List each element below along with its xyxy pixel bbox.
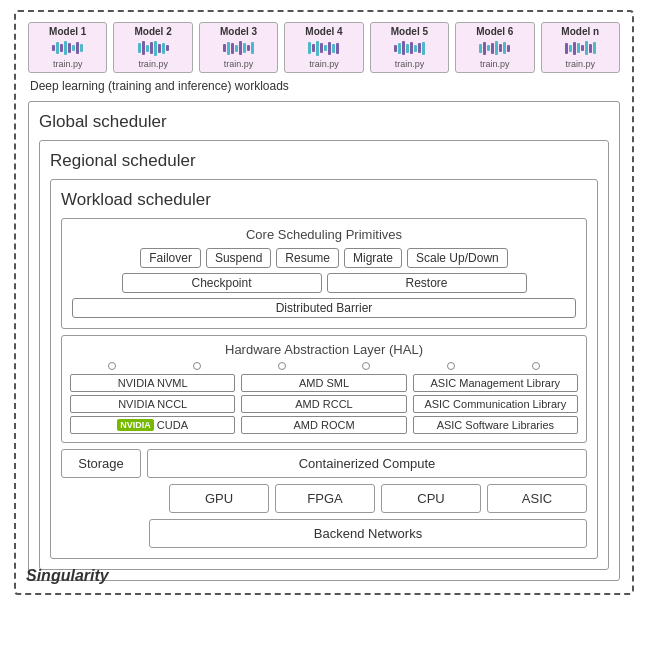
wave-bar xyxy=(487,45,490,51)
model-2-file: train.py xyxy=(138,59,168,69)
wave-bar xyxy=(402,41,405,55)
regional-scheduler-box: Regional scheduler Workload scheduler Co… xyxy=(39,140,609,570)
wave-bar xyxy=(312,44,315,52)
model-1-file: train.py xyxy=(53,59,83,69)
asic-comm-lib: ASIC Communication Library xyxy=(413,395,578,413)
wave-bar xyxy=(593,42,596,54)
hal-connector-4 xyxy=(362,362,370,370)
wave-bar xyxy=(158,44,161,53)
hal-libs-row: NVIDIA NVML NVIDIA NCCL NVIDIA CUDA AMD … xyxy=(70,374,578,434)
workload-scheduler-box: Workload scheduler Core Scheduling Primi… xyxy=(50,179,598,559)
gpu-box: GPU xyxy=(169,484,269,513)
model-n-file: train.py xyxy=(565,59,595,69)
model-n-wave xyxy=(565,39,596,57)
wave-bar xyxy=(223,44,226,52)
wave-bar xyxy=(162,43,165,54)
wave-bar xyxy=(308,42,311,54)
model-2-wave xyxy=(138,39,169,57)
amd-sml: AMD SML xyxy=(241,374,406,392)
wave-bar xyxy=(336,43,339,54)
amd-rccl: AMD RCCL xyxy=(241,395,406,413)
hal-title: Hardware Abstraction Layer (HAL) xyxy=(70,342,578,357)
wave-bar xyxy=(146,45,149,52)
asic-col: ASIC Management Library ASIC Communicati… xyxy=(413,374,578,434)
wave-bar xyxy=(235,45,238,52)
containerized-compute-box: Containerized Compute xyxy=(147,449,587,478)
wave-bar xyxy=(324,45,327,51)
model-5-file: train.py xyxy=(395,59,425,69)
model-5-title: Model 5 xyxy=(391,26,428,37)
model-3-title: Model 3 xyxy=(220,26,257,37)
wave-bar xyxy=(243,43,246,53)
model-4-title: Model 4 xyxy=(305,26,342,37)
wave-bar xyxy=(80,44,83,52)
workload-scheduler-label: Workload scheduler xyxy=(61,188,587,212)
hal-connector-5 xyxy=(447,362,455,370)
global-scheduler-box: Global scheduler Regional scheduler Work… xyxy=(28,101,620,581)
wave-bar xyxy=(422,42,425,55)
hal-connector-2 xyxy=(193,362,201,370)
wave-bar xyxy=(589,44,592,53)
wave-bar xyxy=(332,44,335,53)
hal-connectors xyxy=(70,362,578,370)
wave-bar xyxy=(328,42,331,55)
hal-connector-3 xyxy=(278,362,286,370)
wave-bar xyxy=(565,43,568,54)
resume-primitive: Resume xyxy=(276,248,339,268)
wave-bar xyxy=(68,43,71,53)
nvidia-nvml: NVIDIA NVML xyxy=(70,374,235,392)
storage-compute-row: Storage Containerized Compute xyxy=(61,449,587,478)
wave-bar xyxy=(503,42,506,54)
checkpoint-restore-row: Checkpoint Restore xyxy=(72,273,576,293)
wave-bar xyxy=(585,41,588,55)
wave-bar xyxy=(56,42,59,54)
hal-section: Hardware Abstraction Layer (HAL) NVIDIA … xyxy=(61,335,587,443)
model-1-title: Model 1 xyxy=(49,26,86,37)
wave-bar xyxy=(227,42,230,55)
nvidia-col: NVIDIA NVML NVIDIA NCCL NVIDIA CUDA xyxy=(70,374,235,434)
wave-bar xyxy=(154,41,157,56)
wave-bar xyxy=(64,41,67,55)
primitives-row: Failover Suspend Resume Migrate Scale Up… xyxy=(72,248,576,268)
wave-bar xyxy=(495,41,498,55)
wave-bar xyxy=(247,45,250,51)
model-box-1: Model 1 train.py xyxy=(28,22,107,73)
model-3-file: train.py xyxy=(224,59,254,69)
wave-bar xyxy=(569,45,572,52)
restore-btn: Restore xyxy=(327,273,527,293)
storage-box: Storage xyxy=(61,449,141,478)
hw-row: GPU FPGA CPU ASIC xyxy=(149,484,587,513)
model-3-wave xyxy=(223,39,254,57)
model-4-file: train.py xyxy=(309,59,339,69)
wave-bar xyxy=(394,45,397,52)
model-2-title: Model 2 xyxy=(135,26,172,37)
model-box-5: Model 5 train.py xyxy=(370,22,449,73)
global-scheduler-label: Global scheduler xyxy=(39,110,609,134)
wave-bar xyxy=(418,43,421,53)
wave-bar xyxy=(491,43,494,54)
model-n-title: Model n xyxy=(561,26,599,37)
fpga-box: FPGA xyxy=(275,484,375,513)
asic-box: ASIC xyxy=(487,484,587,513)
nvidia-nccl: NVIDIA NCCL xyxy=(70,395,235,413)
model-6-wave xyxy=(479,39,510,57)
wave-bar xyxy=(398,43,401,54)
wave-bar xyxy=(72,45,75,51)
wave-bar xyxy=(251,42,254,54)
wave-bar xyxy=(577,43,580,53)
amd-col: AMD SML AMD RCCL AMD ROCM xyxy=(241,374,406,434)
nvidia-cuda: NVIDIA CUDA xyxy=(70,416,235,434)
regional-scheduler-label: Regional scheduler xyxy=(50,149,598,173)
models-row: Model 1 train.py Model 2 xyxy=(28,22,620,73)
model-box-n: Model n train.py xyxy=(541,22,620,73)
deep-learning-label: Deep learning (training and inference) w… xyxy=(28,79,620,93)
wave-bar xyxy=(142,41,145,55)
hw-section: GPU FPGA CPU ASIC Backend Networks xyxy=(149,484,587,548)
singularity-label: Singularity xyxy=(26,567,109,585)
backend-networks-box: Backend Networks xyxy=(149,519,587,548)
checkpoint-btn: Checkpoint xyxy=(122,273,322,293)
core-title: Core Scheduling Primitives xyxy=(72,227,576,242)
model-box-2: Model 2 train.py xyxy=(113,22,192,73)
wave-bar xyxy=(479,44,482,53)
cuda-label: CUDA xyxy=(157,419,188,431)
